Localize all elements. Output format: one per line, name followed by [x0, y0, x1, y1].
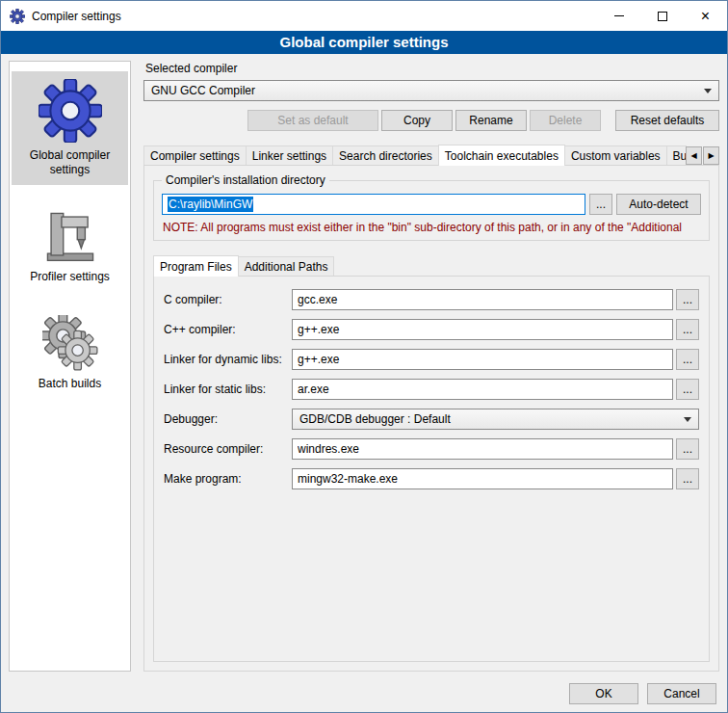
delete-button[interactable]: Delete [530, 110, 601, 131]
debugger-row: Debugger: GDB/CDB debugger : Default [164, 409, 699, 430]
cpp-compiler-label: C++ compiler: [164, 323, 292, 336]
installation-directory-value: C:\raylib\MinGW [168, 197, 253, 212]
bin-directory-note: NOTE: All programs must exist either in … [163, 221, 700, 234]
tab-program-files[interactable]: Program Files [153, 255, 239, 277]
tab-strip: Compiler settings Linker settings Search… [143, 145, 719, 165]
static-linker-label: Linker for static libs: [164, 383, 292, 396]
resource-compiler-browse-button[interactable]: ... [676, 438, 699, 460]
set-as-default-button[interactable]: Set as default [247, 110, 378, 131]
minimize-icon [614, 15, 624, 16]
cpp-compiler-browse-button[interactable]: ... [676, 319, 699, 340]
copy-button[interactable]: Copy [381, 110, 453, 131]
make-program-browse-button[interactable]: ... [676, 468, 699, 489]
minimize-button[interactable] [597, 1, 640, 31]
window-title: Compiler settings [32, 10, 597, 23]
caption-buttons: × [597, 1, 727, 31]
installation-directory-input[interactable]: C:\raylib\MinGW [162, 194, 585, 215]
selected-compiler-dropdown[interactable]: GNU GCC Compiler [143, 80, 719, 101]
program-files-tab-strip: Program Files Additional Paths [153, 255, 710, 276]
tab-custom-variables[interactable]: Custom variables [564, 145, 667, 165]
c-compiler-browse-button[interactable]: ... [676, 289, 699, 310]
reset-defaults-button[interactable]: Reset defaults [615, 110, 719, 131]
static-linker-browse-button[interactable]: ... [676, 379, 699, 400]
rename-button[interactable]: Rename [455, 110, 527, 131]
make-program-label: Make program: [164, 472, 292, 486]
main-panel: Selected compiler GNU GCC Compiler Set a… [143, 61, 719, 672]
installation-directory-label: Compiler's installation directory [162, 173, 329, 187]
make-program-input[interactable] [292, 468, 673, 489]
dynamic-linker-label: Linker for dynamic libs: [164, 353, 292, 366]
resource-compiler-input[interactable] [292, 438, 673, 460]
dynamic-linker-browse-button[interactable]: ... [676, 349, 699, 370]
sidebar-item-profiler-settings[interactable]: Profiler settings [12, 200, 128, 292]
installation-directory-group: Compiler's installation directory C:\ray… [153, 180, 710, 241]
dialog-footer: OK Cancel [1, 675, 727, 712]
maximize-button[interactable] [640, 1, 684, 31]
c-compiler-row: C compiler: ... [164, 289, 699, 310]
compiler-actions: Set as default Copy Rename Delete Reset … [143, 110, 719, 131]
sidebar-item-label: Global compiler settings [13, 148, 126, 177]
c-compiler-input[interactable] [292, 289, 673, 310]
profiler-icon [42, 208, 98, 264]
installation-directory-row: C:\raylib\MinGW ... Auto-detect [162, 194, 701, 215]
tab-linker-settings[interactable]: Linker settings [246, 145, 333, 165]
chevron-down-icon [704, 89, 712, 93]
tab-toolchain-executables[interactable]: Toolchain executables [438, 145, 565, 166]
dialog-header: Global compiler settings [1, 31, 727, 54]
toolchain-executables-panel: Compiler's installation directory C:\ray… [143, 165, 719, 672]
resource-compiler-label: Resource compiler: [164, 442, 292, 456]
installation-directory-browse-button[interactable]: ... [589, 194, 612, 215]
compiler-settings-window: Compiler settings × Global compiler sett… [0, 0, 728, 713]
make-program-row: Make program: ... [164, 468, 699, 489]
dynamic-linker-row: Linker for dynamic libs: ... [164, 349, 699, 370]
tab-search-directories[interactable]: Search directories [332, 145, 439, 165]
tab-compiler-settings[interactable]: Compiler settings [143, 145, 247, 165]
close-icon: × [701, 9, 710, 24]
auto-detect-button[interactable]: Auto-detect [616, 194, 701, 215]
cpp-compiler-input[interactable] [292, 319, 673, 340]
sidebar-item-label: Profiler settings [30, 270, 110, 284]
tab-scroll-left-icon[interactable]: ◀ [686, 146, 702, 165]
selected-compiler-label: Selected compiler [145, 62, 719, 75]
close-button[interactable]: × [684, 1, 727, 31]
debugger-value: GDB/CDB debugger : Default [299, 412, 451, 426]
selected-compiler-value: GNU GCC Compiler [151, 84, 255, 97]
sidebar: Global compiler settings Profiler settin… [9, 61, 131, 672]
dialog-content: Global compiler settings Profiler settin… [1, 54, 727, 675]
chevron-down-icon [684, 417, 691, 422]
tab-additional-paths[interactable]: Additional Paths [238, 256, 335, 276]
sidebar-item-global-compiler-settings[interactable]: Global compiler settings [12, 71, 128, 185]
static-linker-row: Linker for static libs: ... [164, 379, 699, 400]
tab-scroll-right-icon[interactable]: ▶ [703, 146, 719, 165]
resource-compiler-row: Resource compiler: ... [164, 438, 699, 460]
debugger-label: Debugger: [164, 412, 292, 426]
debugger-dropdown[interactable]: GDB/CDB debugger : Default [292, 409, 699, 430]
cpp-compiler-row: C++ compiler: ... [164, 319, 699, 340]
static-linker-input[interactable] [292, 379, 673, 400]
tab-build-options[interactable]: Buil [666, 145, 687, 165]
program-files-panel: C compiler: ... C++ compiler: ... Linker… [153, 276, 710, 662]
batch-builds-icon [42, 315, 98, 371]
app-icon [10, 9, 25, 24]
c-compiler-label: C compiler: [164, 293, 292, 306]
gear-icon [39, 79, 102, 143]
sidebar-item-label: Batch builds [39, 377, 101, 391]
titlebar: Compiler settings × [1, 1, 727, 31]
cancel-button[interactable]: Cancel [647, 683, 716, 704]
sidebar-item-batch-builds[interactable]: Batch builds [12, 307, 128, 399]
tab-scroll-buttons: ◀ ▶ [686, 146, 719, 165]
maximize-icon [658, 12, 667, 21]
dynamic-linker-input[interactable] [292, 349, 673, 370]
ok-button[interactable]: OK [569, 683, 638, 704]
